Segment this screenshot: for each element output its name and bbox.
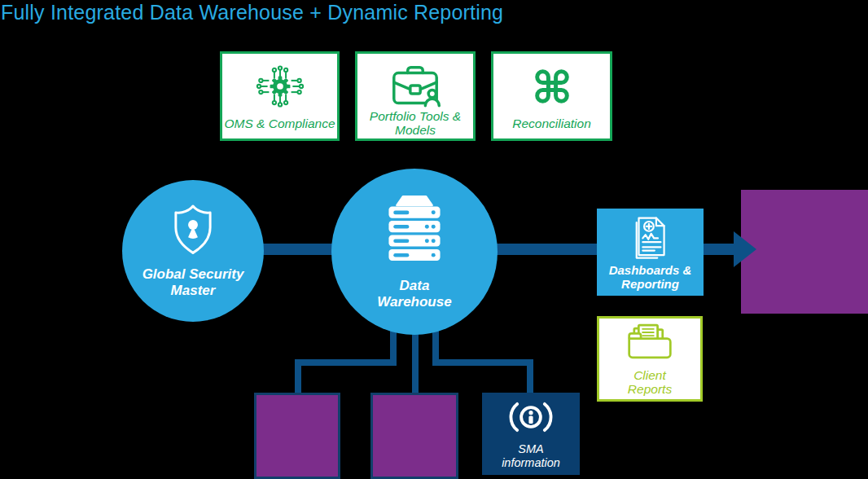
connector-box1-vertical (295, 366, 301, 395)
connector-gsm-dw (259, 244, 336, 255)
placeholder-box-right (741, 190, 868, 314)
report-document-icon (629, 213, 673, 261)
module-portfolio-tools: Portfolio Tools & Models (355, 51, 476, 141)
module-label: Portfolio Tools & Models (361, 110, 471, 137)
placeholder-box-bottom-2 (370, 393, 458, 479)
node-client-reports: Client Reports (597, 316, 703, 402)
module-label: Reconciliation (512, 117, 591, 131)
connector-sma-vertical (527, 366, 533, 395)
node-label: Dashboards & Reporting (603, 263, 697, 292)
node-label: Global Security Master (138, 266, 248, 298)
shield-keyhole-icon (168, 203, 218, 257)
node-sma-information: SMA information (482, 393, 580, 475)
server-stack-icon (382, 193, 447, 265)
node-data-warehouse: Data Warehouse (331, 169, 498, 335)
node-label: Data Warehouse (372, 278, 457, 310)
node-label: Client Reports (621, 368, 678, 396)
connector-box2-vertical (412, 327, 419, 395)
circuit-gear-icon (256, 61, 305, 112)
briefcase-person-icon (385, 61, 445, 110)
module-oms-compliance: OMS & Compliance (220, 51, 340, 141)
diagram-canvas: Fully Integrated Data Warehouse + Dynami… (0, 0, 868, 479)
placeholder-box-bottom-1 (254, 393, 340, 479)
arrow-head-icon (734, 231, 756, 267)
command-icon (528, 61, 576, 112)
open-folder-icon (625, 322, 675, 364)
info-signal-icon (504, 398, 558, 436)
module-reconciliation: Reconciliation (491, 51, 612, 141)
node-global-security-master: Global Security Master (122, 180, 264, 322)
module-label: OMS & Compliance (224, 117, 335, 131)
node-dashboards-reporting: Dashboards & Reporting (597, 209, 704, 296)
page-title: Fully Integrated Data Warehouse + Dynami… (1, 1, 620, 24)
node-label: SMA information (490, 442, 572, 469)
connector-left-horizontal (295, 359, 397, 366)
connector-right-horizontal (432, 359, 533, 366)
